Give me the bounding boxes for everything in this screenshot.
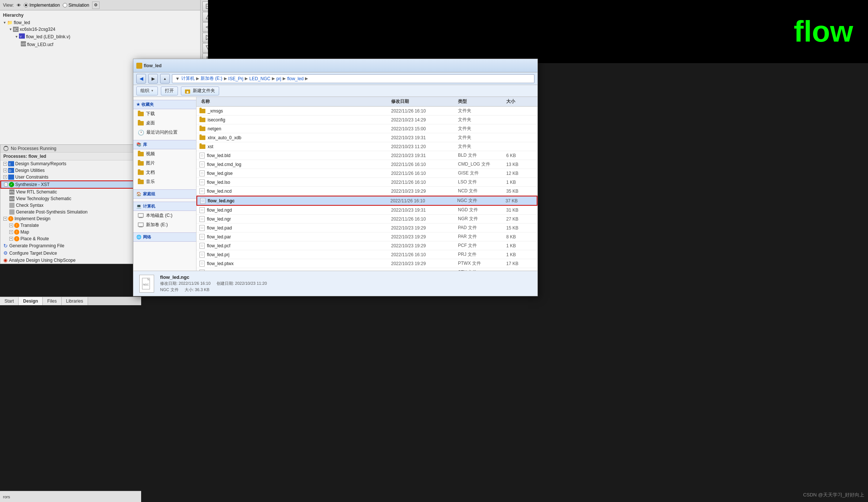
expand-design-summary[interactable]: + <box>3 162 7 166</box>
file-row-pcf[interactable]: □ flow_led.pcf 2022/10/23 19:29 PCF 文件 1… <box>196 241 537 250</box>
file-row-ngd[interactable]: □ flow_led.ngd 2022/10/23 19:31 NGD 文件 3… <box>196 206 537 215</box>
tree-item-flow-led[interactable]: ▼ 📁 flow_led <box>3 19 197 26</box>
configure-target-icon: ⚙ <box>3 250 8 256</box>
proc-design-utilities[interactable]: + D Design Utilities <box>0 167 137 174</box>
prj-file-icon: □ <box>199 252 205 258</box>
address-computer[interactable]: 计算机 <box>181 75 195 82</box>
file-row-iseconfig[interactable]: iseconfig 2022/10/23 14:29 文件夹 <box>196 115 537 124</box>
implementation-radio[interactable]: Implementation <box>24 3 60 8</box>
file-row-xlnx[interactable]: xlnx_auto_0_xdb 2022/10/23 19:31 文件夹 <box>196 133 537 142</box>
tree-item-ucf[interactable]: UCF flow_LED.ucf <box>3 40 197 48</box>
file-row-prj[interactable]: □ flow_led.prj 2022/11/26 16:10 PRJ 文件 1… <box>196 250 537 259</box>
sidebar-recent[interactable]: 🕐 最近访问的位置 <box>133 128 196 137</box>
forward-button[interactable]: ▶ <box>148 74 158 84</box>
file-row-cmdlog[interactable]: □ flow_led.cmd_log 2022/11/26 16:10 CMD_… <box>196 160 537 169</box>
proc-label-translate: Translate <box>20 223 39 228</box>
col-date[interactable]: 修改日期 <box>390 98 456 105</box>
documents-label: 文档 <box>146 169 155 176</box>
proc-place-route[interactable]: + ! Place & Route <box>0 235 137 242</box>
sidebar-homegroup: 🏠 家庭组 <box>133 189 196 199</box>
proc-generate-post[interactable]: Generate Post-Synthesis Simulation <box>0 209 137 215</box>
tab-design[interactable]: Design <box>19 297 43 305</box>
file-row-bld[interactable]: □ flow_led.bld 2022/10/23 19:31 BLD 文件 6… <box>196 151 537 160</box>
par-type: PAR 文件 <box>456 234 505 240</box>
up-button[interactable]: ▲ <box>160 74 170 84</box>
pcf-name: flow_led.pcf <box>207 243 230 248</box>
proc-view-rtl[interactable]: RTL View RTL Schematic <box>0 189 137 195</box>
proc-check-syntax[interactable]: Check Syntax <box>0 202 137 209</box>
tree-item-chip[interactable]: ▼ IC xc6slx16-2csg324 <box>3 26 197 33</box>
col-size[interactable]: 大小 <box>505 98 534 105</box>
col-name[interactable]: 名称 <box>199 98 390 105</box>
proc-analyze-chipscope[interactable]: ◉ Analyze Design Using ChipScope <box>0 257 137 264</box>
sidebar-desktop[interactable]: 桌面 <box>133 118 196 128</box>
par-date: 2022/10/23 19:29 <box>390 234 456 239</box>
file-row-stx[interactable]: □ flow_led.stx 2022/11/26 16:10 STX 文件 0… <box>196 268 537 271</box>
address-ise-prj[interactable]: ISE_Prj <box>228 76 244 81</box>
expand-arrow-chip: ▼ <box>9 27 12 31</box>
file-row-lso[interactable]: □ flow_led.lso 2022/11/26 16:10 LSO 文件 1… <box>196 178 537 187</box>
file-row-gise[interactable]: □ flow_led.gise 2022/11/26 16:10 GISE 文件… <box>196 169 537 178</box>
file-row-xmsgs[interactable]: _xmsgs 2022/11/26 16:10 文件夹 <box>196 107 537 115</box>
open-label: 打开 <box>165 88 174 94</box>
tree-item-verilog[interactable]: ▼ V flow_led (LED_bilnk.v) <box>3 33 197 40</box>
tab-files[interactable]: Files <box>43 297 61 305</box>
tab-libraries[interactable]: Libraries <box>62 297 88 305</box>
csdn-watermark: CSDN @天天学习_好好向上 <box>803 492 864 498</box>
file-row-par[interactable]: □ flow_led.par 2022/10/23 19:29 PAR 文件 8… <box>196 232 537 241</box>
proc-generate-prog[interactable]: ↻ Generate Programming File <box>0 242 137 250</box>
expand-translate[interactable]: + <box>9 224 13 227</box>
sidebar-pictures[interactable]: 图片 <box>133 159 196 168</box>
proc-implement[interactable]: + ! Implement Design <box>0 215 137 222</box>
file-row-pad[interactable]: □ flow_led.pad 2022/10/23 19:29 PAD 文件 1… <box>196 224 537 232</box>
proc-map[interactable]: + ! Map <box>0 229 137 235</box>
simulation-radio[interactable]: Simulation <box>63 3 89 8</box>
expand-implement[interactable]: + <box>3 217 7 221</box>
settings-icon[interactable]: ⚙ <box>92 1 100 9</box>
address-bar[interactable]: ▼ 计算机 ▶ 新加卷 (E:) ▶ ISE_Prj ▶ LED_NGC ▶ p… <box>172 74 534 83</box>
expand-place-route[interactable]: + <box>9 237 13 241</box>
proc-user-constraints[interactable]: + User Constraints <box>0 174 137 180</box>
expand-map[interactable]: + <box>9 230 13 234</box>
proc-view-tech[interactable]: SCH View Technology Schematic <box>0 195 137 202</box>
svg-text:UCF: UCF <box>21 43 26 45</box>
processes-title: Processes: flow_led <box>0 153 137 160</box>
sidebar-new-volume-e[interactable]: 新加卷 (E:) <box>133 220 196 229</box>
ptwx-type: PTWX 文件 <box>456 260 505 267</box>
sidebar-documents[interactable]: 文档 <box>133 168 196 177</box>
file-row-xst[interactable]: xst 2022/10/23 11:20 文件夹 <box>196 142 537 151</box>
address-prj[interactable]: prj <box>276 76 281 81</box>
gise-type: GISE 文件 <box>456 170 505 176</box>
expand-design-utilities[interactable]: + <box>3 169 7 172</box>
organize-button[interactable]: 组织 <box>136 87 158 95</box>
address-sep-5: ▶ <box>283 76 286 81</box>
proc-design-summary[interactable]: + Σ Design Summary/Reports <box>0 160 137 167</box>
sidebar-download[interactable]: 下载 <box>133 109 196 118</box>
new-folder-button[interactable]: 新建文件夹 <box>181 87 219 95</box>
open-button[interactable]: 打开 <box>161 87 178 95</box>
proc-synthesize-xst[interactable]: - ✓ Synthesize - XST <box>0 180 137 189</box>
svg-text:RTL: RTL <box>10 191 14 193</box>
file-row-netgen[interactable]: netgen 2022/10/23 15:00 文件夹 <box>196 124 537 133</box>
address-led-ngc[interactable]: LED_NGC <box>249 76 270 81</box>
tab-start[interactable]: Start <box>0 297 19 305</box>
file-row-ptwx[interactable]: □ flow_led.ptwx 2022/10/23 19:29 PTWX 文件… <box>196 259 537 268</box>
file-row-ncd[interactable]: □ flow_led.ncd 2022/10/23 19:29 NCD 文件 3… <box>196 187 537 196</box>
back-button[interactable]: ◀ <box>136 74 146 84</box>
proc-translate[interactable]: + ! Translate <box>0 222 137 229</box>
ngr-name: flow_led.ngr <box>207 216 231 222</box>
svg-text:NGC: NGC <box>143 283 149 286</box>
proc-label-configure-target: Configure Target Device <box>9 251 57 256</box>
sidebar-music[interactable]: 音乐 <box>133 177 196 186</box>
sidebar-video[interactable]: 视频 <box>133 149 196 159</box>
address-drive[interactable]: 新加卷 (E:) <box>201 75 222 82</box>
file-row-ngc[interactable]: □ flow_led.ngc 2022/11/26 16:10 NGC 文件 3… <box>196 196 537 206</box>
sidebar-local-c[interactable]: 本地磁盘 (C:) <box>133 211 196 220</box>
expand-user-constraints[interactable]: + <box>3 175 7 179</box>
col-type[interactable]: 类型 <box>456 98 505 105</box>
file-row-ngr[interactable]: □ flow_led.ngr 2022/11/26 16:10 NGR 文件 2… <box>196 215 537 224</box>
address-flow-led[interactable]: flow_led <box>287 76 303 81</box>
expand-synthesize[interactable]: - <box>4 183 8 186</box>
proc-configure-target[interactable]: ⚙ Configure Target Device <box>0 250 137 257</box>
par-size: 8 KB <box>505 234 534 239</box>
